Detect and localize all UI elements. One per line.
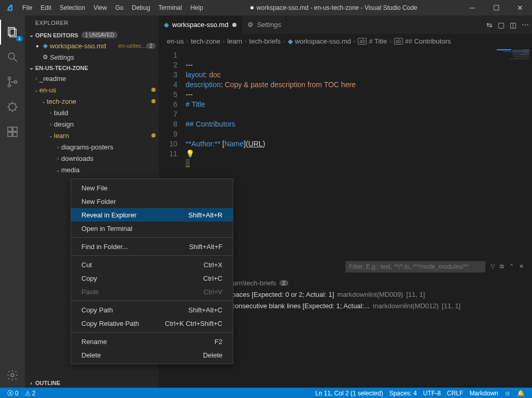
ctx-open-terminal[interactable]: Open in Terminal	[71, 222, 233, 235]
status-spaces[interactable]: Spaces: 4	[386, 390, 420, 397]
outline-section[interactable]: › OUTLINE	[25, 378, 159, 388]
tree-folder[interactable]: ⌄media	[25, 164, 159, 175]
svg-line-3	[14, 59, 17, 62]
ctx-reveal-explorer[interactable]: Reveal in ExplorerShift+Alt+R	[71, 208, 233, 222]
modified-dot	[151, 99, 156, 103]
activity-explorer[interactable]: 1	[0, 20, 25, 45]
svg-point-5	[8, 85, 11, 87]
status-bar: ⓧ0 ⚠2 Ln 11, Col 2 (1 selected) Spaces: …	[0, 388, 532, 398]
close-button[interactable]: ✕	[508, 0, 532, 16]
menu-edit[interactable]: Edit	[36, 4, 55, 11]
svg-rect-9	[13, 127, 17, 131]
tree-item-label: diagrams-posters	[61, 143, 156, 151]
error-icon: ⓧ	[7, 389, 13, 398]
tree-item-label: _readme	[39, 75, 156, 83]
svg-point-4	[8, 77, 11, 80]
dirty-indicator	[232, 23, 236, 27]
menu-debug[interactable]: Debug	[128, 4, 154, 11]
status-lncol[interactable]: Ln 11, Col 2 (1 selected)	[312, 390, 386, 397]
tree-folder[interactable]: ⌄learn	[25, 130, 159, 141]
minimap[interactable]	[485, 48, 532, 258]
filter-input[interactable]	[345, 261, 485, 272]
context-separator	[71, 332, 233, 333]
menu-selection[interactable]: Selection	[55, 4, 89, 11]
gear-icon: ⚙	[40, 53, 50, 61]
status-encoding[interactable]: UTF-8	[420, 390, 444, 397]
menu-file[interactable]: File	[18, 4, 36, 11]
menu-help[interactable]: Help	[186, 4, 207, 11]
ctx-cut[interactable]: CutCtrl+X	[71, 258, 233, 271]
activity-settings[interactable]	[0, 363, 25, 388]
tree-folder[interactable]: ›diagrams-posters	[25, 141, 159, 153]
maximize-button[interactable]: ☐	[484, 0, 508, 16]
breadcrumb[interactable]: en-us› tech-zone› learn› tech-briefs› ◆w…	[159, 34, 532, 48]
context-separator	[71, 255, 233, 256]
title-bar: File Edit Selection View Go Debug Termin…	[0, 0, 532, 16]
tree-item-label: build	[54, 109, 156, 117]
status-lang[interactable]: Markdown	[466, 390, 501, 397]
menu-view[interactable]: View	[89, 4, 111, 11]
workspace-section[interactable]: ⌄ EN-US-TECH-ZONE	[25, 63, 159, 73]
tree-folder[interactable]: ›_readme	[25, 73, 159, 84]
ctx-new-file[interactable]: New File	[71, 181, 233, 195]
gear-icon: ⚙	[247, 21, 254, 29]
ctx-copy[interactable]: CopyCtrl+C	[71, 271, 233, 285]
open-editor-settings[interactable]: ⚙ Settings	[25, 51, 159, 63]
status-warnings[interactable]: ⚠2	[22, 390, 39, 397]
ctx-rename[interactable]: RenameF2	[71, 335, 233, 348]
chevron-down-icon: ⌄	[48, 133, 54, 139]
ctx-new-folder[interactable]: New Folder	[71, 195, 233, 208]
open-editors-section[interactable]: ⌄ OPEN EDITORS 1 UNSAVED	[25, 30, 159, 40]
ctx-find-folder[interactable]: Find in Folder...Shift+Alt+F	[71, 240, 233, 253]
minimize-button[interactable]: ─	[460, 0, 484, 16]
tree-item-label: downloads	[61, 155, 156, 162]
tree-folder[interactable]: ⌄en-us	[25, 84, 159, 95]
tree-folder[interactable]: ›design	[25, 118, 159, 130]
context-separator	[71, 237, 233, 238]
activity-search[interactable]	[0, 45, 25, 70]
close-panel-icon[interactable]: ✕	[519, 263, 524, 270]
open-editor-item[interactable]: ● ◆ workspace-sso.md en-us\tec... 2	[25, 40, 159, 51]
chevron-down-icon: ⌄	[40, 99, 47, 104]
context-menu: New File New Folder Reveal in ExplorerSh…	[71, 179, 233, 364]
filter-icon[interactable]: ▽	[491, 263, 495, 270]
status-errors[interactable]: ⓧ0	[4, 389, 22, 398]
svg-rect-8	[8, 127, 12, 131]
activity-debug[interactable]	[0, 94, 25, 119]
explorer-title: EXPLORER	[25, 16, 159, 30]
status-feedback-icon[interactable]: ☺	[501, 390, 514, 397]
tree-item-label: learn	[54, 132, 149, 140]
status-eol[interactable]: CRLF	[444, 390, 466, 397]
tab-settings[interactable]: ⚙ Settings	[242, 16, 287, 34]
activity-git[interactable]	[0, 70, 25, 94]
svg-rect-0	[8, 28, 15, 35]
ctx-copy-rel-path[interactable]: Copy Relative PathCtrl+K Ctrl+Shift+C	[71, 317, 233, 330]
more-icon[interactable]: ⋯	[522, 21, 529, 29]
tree-item-label: media	[61, 166, 156, 174]
preview-icon[interactable]: ▢	[498, 21, 505, 29]
editor-tabs: ◆ workspace-sso.md ⚙ Settings ⇆ ▢ ◫ ⋯	[159, 16, 532, 34]
modified-dot	[151, 88, 156, 92]
svg-point-6	[15, 81, 17, 84]
ctx-paste: PasteCtrl+V	[71, 285, 233, 298]
window-title: workspace-sso.md - en-us-tech-zone - Vis…	[207, 4, 460, 11]
activity-extensions[interactable]	[0, 119, 25, 144]
split-icon[interactable]: ◫	[510, 21, 516, 29]
tab-workspace-sso[interactable]: ◆ workspace-sso.md	[159, 16, 242, 34]
chevron-right-icon: ›	[48, 110, 54, 116]
ctx-copy-path[interactable]: Copy PathShift+Alt+C	[71, 303, 233, 317]
tree-folder[interactable]: ›downloads	[25, 153, 159, 164]
ctx-delete[interactable]: DeleteDelete	[71, 348, 233, 362]
menu-terminal[interactable]: Terminal	[155, 4, 186, 11]
chevron-right-icon: ›	[48, 121, 54, 127]
problem-count-badge: 2	[279, 280, 289, 286]
compare-icon[interactable]: ⇆	[486, 21, 493, 29]
tree-folder[interactable]: ›build	[25, 107, 159, 118]
status-bell-icon[interactable]: 🔔	[514, 390, 528, 397]
menu-go[interactable]: Go	[111, 4, 128, 11]
collapse-icon[interactable]: ⧉	[500, 263, 504, 270]
markdown-icon: ◆	[164, 21, 169, 29]
chevron-up-icon[interactable]: ⌃	[509, 263, 514, 270]
problems-count-badge: 2	[146, 43, 156, 49]
tree-folder[interactable]: ⌄tech-zone	[25, 95, 159, 107]
